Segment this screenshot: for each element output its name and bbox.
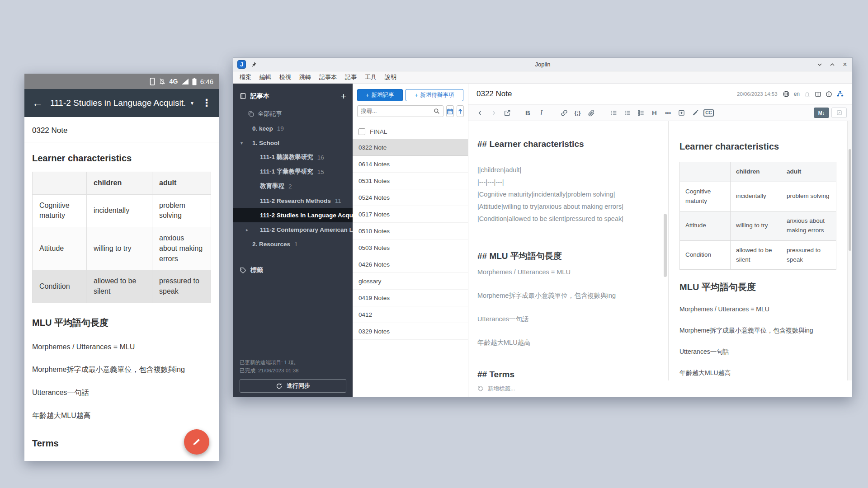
md-line: ||children|adult|: [477, 164, 657, 176]
md-line: ## Terms: [477, 369, 657, 380]
tags-header[interactable]: 標籤: [233, 263, 353, 277]
sidebar-item-vocabulary-teaching[interactable]: 111-1 字彙教學研究 15: [233, 164, 353, 179]
note-list-item[interactable]: 0510 Notes: [353, 223, 468, 239]
section-heading-mlu: MLU 平均語句長度: [32, 317, 212, 329]
note-list-item[interactable]: glossary: [353, 273, 468, 290]
expand-caret-icon[interactable]: ▸: [246, 227, 248, 232]
mobile-note-title[interactable]: 0322 Note: [24, 117, 219, 142]
preview-scrollbar[interactable]: [847, 121, 852, 380]
numbered-list-button[interactable]: [621, 107, 633, 119]
note-links-sitemap-icon[interactable]: [836, 90, 844, 98]
new-notebook-button[interactable]: +: [341, 91, 346, 101]
collapse-caret-icon[interactable]: ▾: [241, 141, 243, 145]
checkbox-list-button[interactable]: [635, 107, 647, 119]
richtext-editor-toggle[interactable]: [831, 108, 847, 118]
hyperlink-button[interactable]: [558, 107, 570, 119]
spellcheck-language-label[interactable]: en: [794, 91, 800, 97]
sidebar-item-school[interactable]: ▾ 1. School: [233, 136, 353, 150]
network-type-label: 4G: [170, 78, 178, 85]
window-title-bar[interactable]: J Joplin ×: [233, 58, 852, 71]
menu-file[interactable]: 檔案: [240, 73, 251, 81]
editor-scrollbar-thumb[interactable]: [664, 214, 667, 277]
note-properties-info-icon[interactable]: [826, 91, 832, 98]
toggle-note-date-button[interactable]: [446, 105, 454, 117]
notebook-label: 教育學程: [260, 182, 284, 190]
note-list-item[interactable]: 0329 Notes: [353, 323, 468, 340]
note-updated-time: 20/06/2023 14:53: [737, 91, 778, 97]
table-cell: pressured to speak: [152, 270, 211, 303]
table-header-cell: adult: [781, 162, 836, 182]
back-icon[interactable]: [474, 107, 486, 119]
sidebar-item-listening-teaching[interactable]: 111-1 聽講教學研究 16: [233, 150, 353, 164]
search-input[interactable]: [361, 108, 434, 114]
menu-notebook[interactable]: 記事本: [319, 73, 337, 81]
notebook-dropdown-caret-icon[interactable]: ▼: [190, 101, 194, 106]
bulleted-list-button[interactable]: [608, 107, 620, 119]
maximize-button[interactable]: [829, 61, 835, 68]
menu-note[interactable]: 記事: [345, 73, 357, 81]
toggle-layout-icon[interactable]: [815, 91, 821, 98]
minimize-button[interactable]: [816, 61, 823, 68]
joplin-window: J Joplin × 檔案 編輯 檢視 跳轉 記事本 記事 工具 說明: [233, 57, 853, 397]
cc-plugin-button[interactable]: CC: [703, 107, 715, 119]
italic-button[interactable]: I: [535, 107, 547, 119]
back-arrow-icon[interactable]: ←: [32, 98, 43, 108]
notebook-title[interactable]: 111-2 Studies in Language Acquisit...: [50, 98, 185, 108]
table-header-cell: [33, 172, 87, 195]
search-box[interactable]: [357, 105, 443, 117]
markdown-editor-toggle[interactable]: M↓: [814, 108, 829, 118]
sort-order-button[interactable]: [457, 105, 464, 117]
menu-tools[interactable]: 工具: [365, 73, 377, 81]
bold-button[interactable]: B: [522, 107, 534, 119]
new-todo-button[interactable]: + 新增待辦事項: [406, 89, 463, 101]
sidebar-item-education-program[interactable]: 教育學程 2: [233, 179, 353, 193]
notebook-label: 111-1 字彙教學研究: [260, 168, 313, 176]
menu-help[interactable]: 說明: [385, 73, 396, 81]
note-title-label: 0517 Notes: [359, 211, 390, 218]
md-line: |---|---|---|: [477, 176, 657, 188]
forward-icon[interactable]: [487, 107, 500, 119]
note-list-item-todo[interactable]: FINAL: [353, 124, 468, 139]
sidebar-item-resources[interactable]: 2. Resources 1: [233, 237, 353, 251]
inline-code-button[interactable]: {;}: [571, 107, 584, 119]
sidebar-item-research-methods[interactable]: 111-2 Research Methods 11: [233, 193, 353, 208]
attach-file-button[interactable]: [585, 107, 597, 119]
tag-icon: [477, 385, 484, 392]
note-list-item[interactable]: 0524 Notes: [353, 189, 468, 206]
spellcheck-globe-icon[interactable]: [783, 90, 790, 98]
table-cell: Cognitive maturity: [680, 182, 731, 211]
note-list-item[interactable]: 0419 Notes: [353, 290, 468, 306]
menu-go[interactable]: 跳轉: [299, 73, 311, 81]
note-list-item[interactable]: 0517 Notes: [353, 206, 468, 223]
note-list-item[interactable]: 0426 Notes: [353, 256, 468, 273]
note-list-item[interactable]: 0503 Notes: [353, 239, 468, 256]
edit-note-fab[interactable]: [184, 429, 209, 455]
note-title-input[interactable]: 0322 Note: [476, 89, 733, 99]
sidebar-item-language-acquisition[interactable]: 111-2 Studies in Language Acquis: [233, 208, 353, 222]
overflow-menu-icon[interactable]: ⋮: [202, 97, 212, 109]
table-cell: Attitude: [680, 211, 731, 240]
note-list-item[interactable]: 0412: [353, 306, 468, 323]
note-list-item[interactable]: 0322 Note: [353, 139, 468, 156]
marker-pen-icon[interactable]: [689, 107, 701, 119]
preview-scrollbar-thumb[interactable]: [849, 149, 851, 251]
note-list-item[interactable]: 0614 Notes: [353, 156, 468, 173]
menu-edit[interactable]: 編輯: [259, 73, 271, 81]
synchronize-button[interactable]: 進行同步: [240, 379, 346, 393]
preview-heading-mlu: MLU 平均語句長度: [679, 282, 839, 292]
close-button[interactable]: ×: [842, 61, 848, 68]
alarm-bell-icon[interactable]: [804, 91, 811, 98]
note-list-item[interactable]: 0531 Notes: [353, 173, 468, 189]
sidebar-item-keep[interactable]: 0. keep 19: [233, 121, 353, 136]
menu-view[interactable]: 檢視: [279, 73, 291, 81]
new-note-button[interactable]: + 新增記事: [357, 89, 403, 101]
sidebar-item-all-notes[interactable]: 全部記事: [233, 107, 353, 121]
heading-button[interactable]: H: [648, 107, 660, 119]
sidebar-item-contemporary-american-lit[interactable]: ▸ 111-2 Contemporary American Lit: [233, 222, 353, 237]
external-edit-icon[interactable]: [501, 107, 513, 119]
add-tag-button[interactable]: 新增標籤...: [488, 385, 515, 393]
insert-datetime-button[interactable]: [675, 107, 688, 119]
todo-checkbox[interactable]: [359, 128, 365, 135]
more-formats-button[interactable]: •••: [662, 107, 674, 119]
markdown-source-editor[interactable]: ## Learner characteristics ||children|ad…: [468, 121, 669, 380]
